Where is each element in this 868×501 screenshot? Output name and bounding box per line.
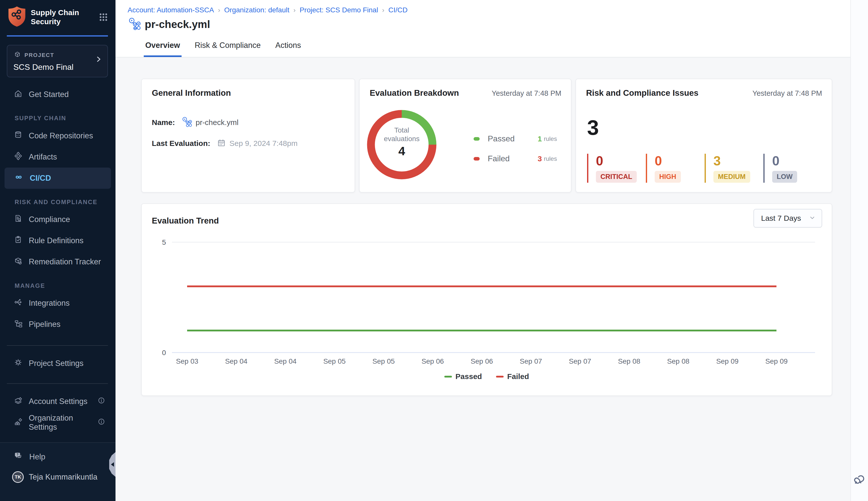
severity-breakdown: 0 CRITICAL 0 HIGH 3 MEDIUM 0 LOW [587, 154, 822, 183]
sidebar-item-organization-settings[interactable]: Organization Settings [0, 412, 115, 433]
failed-line-icon [496, 376, 504, 377]
info-icon[interactable] [97, 396, 105, 406]
card-title: Risk and Compliance Issues [586, 88, 699, 98]
total-evaluations-value: 4 [374, 144, 429, 158]
app-title: Supply Chain Security [31, 8, 98, 26]
sidebar-item-cicd[interactable]: CI/CD [4, 168, 111, 189]
page-header: Account: Automation-SSCA › Organization:… [115, 0, 850, 57]
sidebar-item-code-repositories[interactable]: </> Code Repositories [0, 125, 115, 147]
tab-risk-compliance[interactable]: Risk & Compliance [193, 41, 262, 57]
sidebar-item-label: Remediation Tracker [29, 257, 101, 266]
sidebar-item-integrations[interactable]: Integrations [0, 292, 115, 314]
sidebar-item-label: Organization Settings [29, 414, 91, 432]
app-logo-row: Supply Chain Security [0, 0, 115, 29]
donut-center-text: Total evaluations 4 [374, 126, 429, 158]
passed-line-icon [445, 376, 452, 377]
card-title: Evaluation Breakdown [370, 88, 459, 98]
total-issues-value: 3 [587, 117, 599, 138]
card-title: General Information [152, 88, 231, 98]
sidebar-item-label: Artifacts [29, 152, 57, 161]
help-chat-icon: ? [14, 451, 23, 463]
sidebar-item-compliance[interactable]: Compliance [0, 209, 115, 230]
clipboard-check-icon [14, 235, 23, 246]
sidebar-item-label: Integrations [29, 299, 70, 308]
legend-item-failed: Failed [496, 372, 529, 381]
sidebar-item-label: Help [29, 452, 45, 461]
sidebar-item-pipelines[interactable]: Pipelines [0, 314, 115, 335]
right-utility-strip [850, 0, 868, 501]
severity-high: 0 HIGH [646, 154, 704, 183]
svg-text:5: 5 [162, 238, 166, 246]
breadcrumb: Account: Automation-SSCA › Organization:… [128, 6, 408, 14]
sidebar-footer: ? Help TK Teja Kummarikuntla [0, 442, 115, 501]
page-title: pr-check.yml [145, 18, 210, 31]
breadcrumb-separator: › [382, 6, 384, 14]
failed-dot-icon [473, 157, 480, 161]
evaluation-breakdown-card: Evaluation Breakdown Yesterday at 7:48 P… [359, 79, 572, 193]
card-timestamp: Yesterday at 7:48 PM [492, 89, 561, 97]
svg-text:Sep 08: Sep 08 [618, 358, 640, 365]
general-information-card: General Information Name: pr-check.yml L… [141, 79, 355, 193]
code-repository-icon: </> [14, 130, 23, 141]
user-menu[interactable]: TK Teja Kummarikuntla [0, 467, 115, 488]
severity-critical: 0 CRITICAL [587, 154, 646, 183]
breadcrumb-separator: › [293, 6, 295, 14]
card-title: Evaluation Trend [152, 216, 219, 225]
breadcrumb-separator: › [218, 6, 220, 14]
svg-text:Sep 06: Sep 06 [421, 358, 444, 365]
date-range-select[interactable]: Last 7 Days [753, 209, 822, 227]
sidebar-item-label: Get Started [29, 90, 69, 99]
info-icon[interactable] [97, 418, 105, 428]
breadcrumb-project[interactable]: Project: SCS Demo Final [300, 6, 378, 14]
box-tag-icon [14, 256, 23, 267]
project-selector-name: SCS Demo Final [13, 63, 101, 72]
tab-actions[interactable]: Actions [274, 41, 303, 57]
breadcrumb-account[interactable]: Account: Automation-SSCA [128, 6, 214, 14]
sidebar-accent-divider [7, 35, 108, 36]
tab-bar: Overview Risk & Compliance Actions [144, 41, 302, 57]
svg-text:Sep 05: Sep 05 [323, 358, 346, 365]
tab-overview[interactable]: Overview [144, 41, 181, 57]
svg-text:Sep 09: Sep 09 [716, 358, 739, 365]
status-badge: CRITICAL [596, 171, 637, 183]
sidebar-section-manage: MANAGE [0, 282, 115, 289]
status-badge: HIGH [655, 171, 681, 183]
breadcrumb-organization[interactable]: Organization: default [224, 6, 289, 14]
sidebar-item-label: CI/CD [30, 174, 51, 183]
project-selector[interactable]: PROJECT SCS Demo Final [7, 45, 108, 77]
trend-line-chart: 50Sep 03Sep 04Sep 04Sep 05Sep 05Sep 06Se… [151, 229, 824, 370]
legend-item-failed: Failed 3 rules [473, 154, 557, 163]
avatar: TK [12, 471, 24, 483]
sidebar-item-label: Code Repositories [29, 131, 93, 140]
last-evaluation-label: Last Evaluation: [152, 139, 210, 148]
svg-text:Sep 04: Sep 04 [274, 358, 296, 365]
sidebar-item-remediation-tracker[interactable]: Remediation Tracker [0, 251, 115, 273]
chevron-right-icon [94, 55, 103, 64]
date-range-value: Last 7 Days [761, 214, 801, 223]
collapse-left-icon [111, 462, 114, 467]
sidebar-item-project-settings[interactable]: Project Settings [0, 353, 115, 374]
sidebar-item-get-started[interactable]: Get Started [0, 85, 115, 104]
svg-text:0: 0 [162, 349, 166, 356]
sidebar-item-label: Account Settings [29, 397, 87, 406]
sidebar-item-artifacts[interactable]: Artifacts [0, 147, 115, 168]
risk-compliance-issues-card: Risk and Compliance Issues Yesterday at … [575, 79, 832, 193]
sidebar-divider [7, 345, 108, 346]
svg-text:Sep 06: Sep 06 [471, 358, 493, 365]
sidebar-item-label: Compliance [29, 215, 70, 224]
sidebar-divider [7, 383, 108, 384]
app-switcher-grid-icon[interactable] [98, 12, 108, 23]
artifacts-diamonds-icon [14, 151, 23, 162]
calendar-icon [217, 138, 226, 149]
sidebar-item-help[interactable]: ? Help [0, 447, 115, 467]
sidebar-item-rule-definitions[interactable]: Rule Definitions [0, 230, 115, 251]
sidebar-item-account-settings[interactable]: Account Settings [0, 391, 115, 412]
cube-icon [13, 50, 21, 60]
layers-gear-icon [14, 396, 23, 407]
evaluation-trend-card: Evaluation Trend Last 7 Days 50Sep 03Sep… [141, 203, 832, 396]
chat-bubbles-icon[interactable] [853, 472, 867, 487]
home-icon [14, 89, 23, 100]
breadcrumb-cicd[interactable]: CI/CD [388, 6, 408, 14]
legend-item-passed: Passed [445, 372, 482, 381]
content-area: General Information Name: pr-check.yml L… [115, 57, 850, 501]
